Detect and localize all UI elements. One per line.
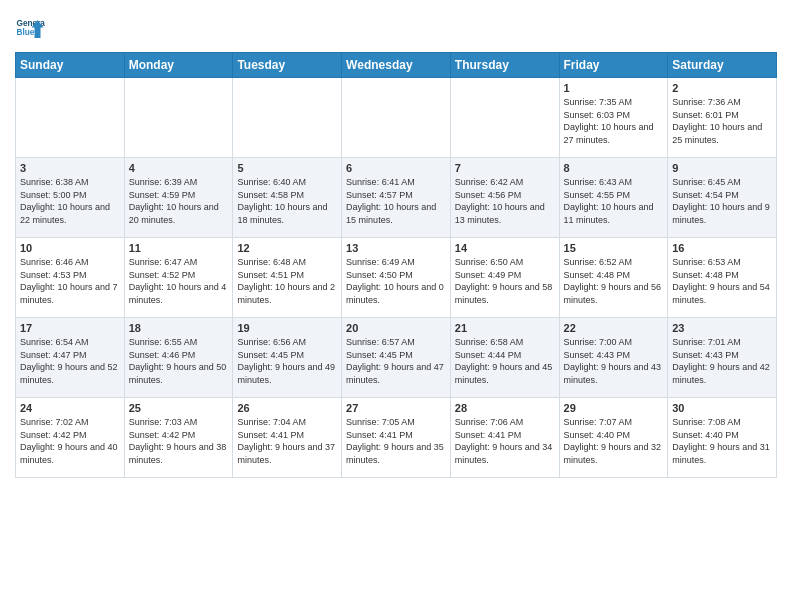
day-number: 12 xyxy=(237,242,337,254)
calendar-cell: 28Sunrise: 7:06 AM Sunset: 4:41 PM Dayli… xyxy=(450,398,559,478)
day-number: 22 xyxy=(564,322,664,334)
day-number: 8 xyxy=(564,162,664,174)
day-info: Sunrise: 6:48 AM Sunset: 4:51 PM Dayligh… xyxy=(237,256,337,306)
day-info: Sunrise: 6:52 AM Sunset: 4:48 PM Dayligh… xyxy=(564,256,664,306)
calendar-cell: 9Sunrise: 6:45 AM Sunset: 4:54 PM Daylig… xyxy=(668,158,777,238)
day-info: Sunrise: 7:35 AM Sunset: 6:03 PM Dayligh… xyxy=(564,96,664,146)
day-info: Sunrise: 6:38 AM Sunset: 5:00 PM Dayligh… xyxy=(20,176,120,226)
calendar-cell xyxy=(124,78,233,158)
day-info: Sunrise: 6:42 AM Sunset: 4:56 PM Dayligh… xyxy=(455,176,555,226)
weekday-header-monday: Monday xyxy=(124,53,233,78)
calendar-cell: 6Sunrise: 6:41 AM Sunset: 4:57 PM Daylig… xyxy=(342,158,451,238)
day-number: 21 xyxy=(455,322,555,334)
day-info: Sunrise: 6:55 AM Sunset: 4:46 PM Dayligh… xyxy=(129,336,229,386)
day-info: Sunrise: 6:47 AM Sunset: 4:52 PM Dayligh… xyxy=(129,256,229,306)
calendar-cell: 25Sunrise: 7:03 AM Sunset: 4:42 PM Dayli… xyxy=(124,398,233,478)
calendar-cell: 14Sunrise: 6:50 AM Sunset: 4:49 PM Dayli… xyxy=(450,238,559,318)
calendar-cell: 16Sunrise: 6:53 AM Sunset: 4:48 PM Dayli… xyxy=(668,238,777,318)
day-info: Sunrise: 6:39 AM Sunset: 4:59 PM Dayligh… xyxy=(129,176,229,226)
header: General Blue xyxy=(15,10,777,44)
calendar-week-2: 3Sunrise: 6:38 AM Sunset: 5:00 PM Daylig… xyxy=(16,158,777,238)
calendar-cell: 3Sunrise: 6:38 AM Sunset: 5:00 PM Daylig… xyxy=(16,158,125,238)
day-number: 17 xyxy=(20,322,120,334)
calendar-cell: 24Sunrise: 7:02 AM Sunset: 4:42 PM Dayli… xyxy=(16,398,125,478)
weekday-row: SundayMondayTuesdayWednesdayThursdayFrid… xyxy=(16,53,777,78)
calendar-cell: 11Sunrise: 6:47 AM Sunset: 4:52 PM Dayli… xyxy=(124,238,233,318)
day-number: 4 xyxy=(129,162,229,174)
calendar-header: SundayMondayTuesdayWednesdayThursdayFrid… xyxy=(16,53,777,78)
calendar-cell: 17Sunrise: 6:54 AM Sunset: 4:47 PM Dayli… xyxy=(16,318,125,398)
weekday-header-tuesday: Tuesday xyxy=(233,53,342,78)
calendar-cell: 20Sunrise: 6:57 AM Sunset: 4:45 PM Dayli… xyxy=(342,318,451,398)
calendar-cell: 29Sunrise: 7:07 AM Sunset: 4:40 PM Dayli… xyxy=(559,398,668,478)
calendar-cell: 8Sunrise: 6:43 AM Sunset: 4:55 PM Daylig… xyxy=(559,158,668,238)
day-info: Sunrise: 7:01 AM Sunset: 4:43 PM Dayligh… xyxy=(672,336,772,386)
calendar-body: 1Sunrise: 7:35 AM Sunset: 6:03 PM Daylig… xyxy=(16,78,777,478)
calendar-cell: 18Sunrise: 6:55 AM Sunset: 4:46 PM Dayli… xyxy=(124,318,233,398)
day-number: 16 xyxy=(672,242,772,254)
day-info: Sunrise: 6:53 AM Sunset: 4:48 PM Dayligh… xyxy=(672,256,772,306)
day-info: Sunrise: 7:36 AM Sunset: 6:01 PM Dayligh… xyxy=(672,96,772,146)
day-info: Sunrise: 6:49 AM Sunset: 4:50 PM Dayligh… xyxy=(346,256,446,306)
calendar-cell xyxy=(16,78,125,158)
day-info: Sunrise: 7:00 AM Sunset: 4:43 PM Dayligh… xyxy=(564,336,664,386)
day-number: 6 xyxy=(346,162,446,174)
weekday-header-wednesday: Wednesday xyxy=(342,53,451,78)
calendar-cell xyxy=(450,78,559,158)
calendar-cell: 7Sunrise: 6:42 AM Sunset: 4:56 PM Daylig… xyxy=(450,158,559,238)
calendar-cell: 13Sunrise: 6:49 AM Sunset: 4:50 PM Dayli… xyxy=(342,238,451,318)
day-number: 14 xyxy=(455,242,555,254)
day-number: 1 xyxy=(564,82,664,94)
calendar-cell: 2Sunrise: 7:36 AM Sunset: 6:01 PM Daylig… xyxy=(668,78,777,158)
calendar-cell: 22Sunrise: 7:00 AM Sunset: 4:43 PM Dayli… xyxy=(559,318,668,398)
svg-text:Blue: Blue xyxy=(17,28,35,37)
calendar-week-1: 1Sunrise: 7:35 AM Sunset: 6:03 PM Daylig… xyxy=(16,78,777,158)
calendar-cell: 5Sunrise: 6:40 AM Sunset: 4:58 PM Daylig… xyxy=(233,158,342,238)
day-info: Sunrise: 6:43 AM Sunset: 4:55 PM Dayligh… xyxy=(564,176,664,226)
day-info: Sunrise: 7:08 AM Sunset: 4:40 PM Dayligh… xyxy=(672,416,772,466)
calendar-cell: 26Sunrise: 7:04 AM Sunset: 4:41 PM Dayli… xyxy=(233,398,342,478)
calendar-week-3: 10Sunrise: 6:46 AM Sunset: 4:53 PM Dayli… xyxy=(16,238,777,318)
calendar-week-4: 17Sunrise: 6:54 AM Sunset: 4:47 PM Dayli… xyxy=(16,318,777,398)
day-number: 20 xyxy=(346,322,446,334)
day-info: Sunrise: 6:57 AM Sunset: 4:45 PM Dayligh… xyxy=(346,336,446,386)
weekday-header-friday: Friday xyxy=(559,53,668,78)
calendar-week-5: 24Sunrise: 7:02 AM Sunset: 4:42 PM Dayli… xyxy=(16,398,777,478)
day-number: 25 xyxy=(129,402,229,414)
day-number: 15 xyxy=(564,242,664,254)
day-number: 28 xyxy=(455,402,555,414)
calendar-table: SundayMondayTuesdayWednesdayThursdayFrid… xyxy=(15,52,777,478)
day-number: 13 xyxy=(346,242,446,254)
day-number: 5 xyxy=(237,162,337,174)
day-info: Sunrise: 7:02 AM Sunset: 4:42 PM Dayligh… xyxy=(20,416,120,466)
day-number: 19 xyxy=(237,322,337,334)
calendar-cell xyxy=(342,78,451,158)
weekday-header-saturday: Saturday xyxy=(668,53,777,78)
day-number: 30 xyxy=(672,402,772,414)
day-info: Sunrise: 7:06 AM Sunset: 4:41 PM Dayligh… xyxy=(455,416,555,466)
day-number: 29 xyxy=(564,402,664,414)
logo-icon: General Blue xyxy=(15,14,45,44)
calendar-cell: 23Sunrise: 7:01 AM Sunset: 4:43 PM Dayli… xyxy=(668,318,777,398)
day-number: 11 xyxy=(129,242,229,254)
day-info: Sunrise: 7:07 AM Sunset: 4:40 PM Dayligh… xyxy=(564,416,664,466)
calendar-cell: 10Sunrise: 6:46 AM Sunset: 4:53 PM Dayli… xyxy=(16,238,125,318)
day-number: 9 xyxy=(672,162,772,174)
day-info: Sunrise: 6:45 AM Sunset: 4:54 PM Dayligh… xyxy=(672,176,772,226)
day-info: Sunrise: 6:58 AM Sunset: 4:44 PM Dayligh… xyxy=(455,336,555,386)
day-info: Sunrise: 6:46 AM Sunset: 4:53 PM Dayligh… xyxy=(20,256,120,306)
day-info: Sunrise: 6:50 AM Sunset: 4:49 PM Dayligh… xyxy=(455,256,555,306)
weekday-header-thursday: Thursday xyxy=(450,53,559,78)
calendar-cell xyxy=(233,78,342,158)
calendar-cell: 1Sunrise: 7:35 AM Sunset: 6:03 PM Daylig… xyxy=(559,78,668,158)
day-info: Sunrise: 6:40 AM Sunset: 4:58 PM Dayligh… xyxy=(237,176,337,226)
day-number: 27 xyxy=(346,402,446,414)
day-number: 23 xyxy=(672,322,772,334)
calendar-cell: 12Sunrise: 6:48 AM Sunset: 4:51 PM Dayli… xyxy=(233,238,342,318)
day-info: Sunrise: 7:05 AM Sunset: 4:41 PM Dayligh… xyxy=(346,416,446,466)
day-number: 7 xyxy=(455,162,555,174)
day-number: 3 xyxy=(20,162,120,174)
day-number: 24 xyxy=(20,402,120,414)
calendar-cell: 21Sunrise: 6:58 AM Sunset: 4:44 PM Dayli… xyxy=(450,318,559,398)
day-number: 10 xyxy=(20,242,120,254)
